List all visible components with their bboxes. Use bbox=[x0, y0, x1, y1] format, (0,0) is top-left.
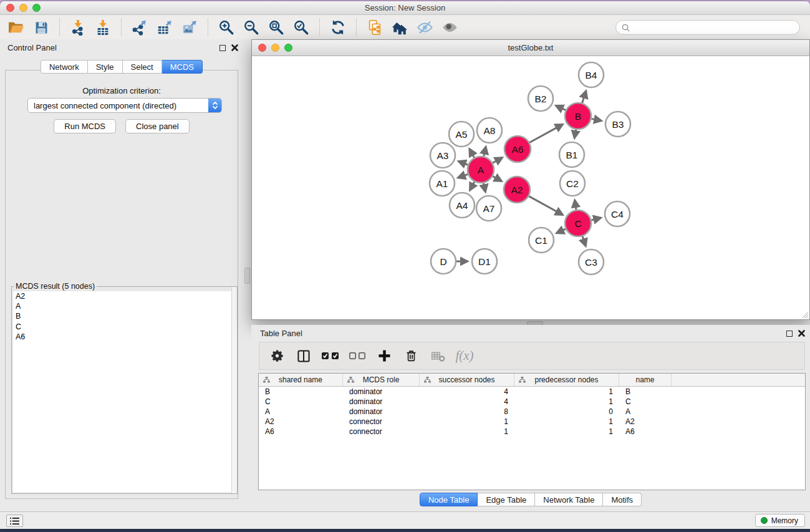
table-row[interactable]: Adominator80A bbox=[259, 407, 805, 417]
table-cell[interactable]: C bbox=[259, 397, 343, 406]
hide-selected-icon[interactable] bbox=[412, 17, 437, 37]
mcds-result-item[interactable]: A bbox=[13, 301, 236, 311]
network-maximize-button[interactable] bbox=[284, 44, 292, 52]
table-row[interactable]: Cdominator41C bbox=[259, 397, 805, 407]
show-all-icon[interactable] bbox=[437, 17, 462, 37]
graph-node-B3[interactable]: B3 bbox=[605, 112, 630, 137]
graph-node-C3[interactable]: C3 bbox=[579, 249, 604, 274]
table-row[interactable]: A6connector11A6 bbox=[259, 427, 805, 437]
tab-network[interactable]: Network bbox=[41, 60, 88, 74]
edge-B-B3[interactable] bbox=[592, 118, 602, 120]
table-cell[interactable]: A6 bbox=[259, 427, 343, 436]
column-header-name[interactable]: name bbox=[619, 374, 672, 386]
table-cell[interactable]: A2 bbox=[259, 417, 343, 426]
show-columns-icon[interactable] bbox=[292, 346, 315, 367]
graph-node-C[interactable]: C bbox=[565, 210, 591, 236]
tab-style[interactable]: Style bbox=[88, 60, 123, 74]
network-minimize-button[interactable] bbox=[271, 44, 279, 52]
vertical-split-handle[interactable] bbox=[244, 268, 250, 284]
deselect-all-icon[interactable] bbox=[346, 346, 369, 367]
table-cell[interactable]: 1 bbox=[514, 387, 619, 396]
edge-C-C2[interactable] bbox=[575, 200, 576, 210]
tab-network-table[interactable]: Network Table bbox=[535, 493, 603, 506]
edge-A6-B[interactable] bbox=[529, 124, 562, 142]
graph-node-A7[interactable]: A7 bbox=[476, 196, 501, 221]
table-row[interactable]: Bdominator41B bbox=[259, 387, 805, 397]
table-cell[interactable]: A6 bbox=[619, 427, 672, 436]
close-window-button[interactable] bbox=[6, 4, 14, 12]
graph-node-B1[interactable]: B1 bbox=[559, 142, 584, 167]
mcds-result-item[interactable]: A2 bbox=[13, 291, 236, 301]
close-table-panel-icon[interactable] bbox=[798, 330, 805, 337]
network-close-button[interactable] bbox=[258, 44, 266, 52]
run-mcds-button[interactable]: Run MCDS bbox=[54, 119, 116, 133]
export-table-icon[interactable] bbox=[152, 17, 177, 37]
column-header-predecessor-nodes[interactable]: predecessor nodes bbox=[514, 374, 619, 386]
graph-node-A3[interactable]: A3 bbox=[430, 143, 455, 168]
edge-B-B2[interactable] bbox=[556, 105, 566, 110]
edge-A-A2[interactable] bbox=[493, 177, 501, 181]
table-cell[interactable]: B bbox=[619, 387, 672, 396]
column-header-shared-name[interactable]: shared name bbox=[259, 374, 343, 386]
task-history-button[interactable] bbox=[6, 515, 23, 527]
edge-A-A6[interactable] bbox=[493, 158, 502, 163]
float-table-panel-icon[interactable] bbox=[786, 331, 793, 337]
graph-node-B4[interactable]: B4 bbox=[579, 62, 604, 87]
graph-node-A2[interactable]: A2 bbox=[504, 177, 530, 203]
network-canvas[interactable]: B4B2BB3A8A5A6B1A3AA1C2A2A4A7C4CC1C3DD1 bbox=[252, 56, 809, 319]
table-cell[interactable]: 4 bbox=[420, 387, 514, 396]
tab-motifs[interactable]: Motifs bbox=[603, 493, 642, 506]
graph-node-C4[interactable]: C4 bbox=[605, 201, 630, 226]
graph-node-A6[interactable]: A6 bbox=[504, 136, 531, 162]
import-table-icon[interactable] bbox=[90, 17, 115, 37]
network-window-titlebar[interactable]: testGlobe.txt bbox=[252, 40, 809, 56]
table-cell[interactable]: 1 bbox=[420, 417, 514, 426]
table-cell[interactable]: 4 bbox=[420, 397, 514, 406]
column-header-successor-nodes[interactable]: successor nodes bbox=[420, 374, 514, 386]
table-cell[interactable]: 8 bbox=[420, 407, 514, 416]
tab-mcds[interactable]: MCDS bbox=[162, 60, 203, 74]
close-panel-icon[interactable] bbox=[231, 44, 238, 51]
zoom-out-icon[interactable] bbox=[239, 17, 264, 37]
table-cell[interactable]: dominator bbox=[343, 387, 420, 396]
select-all-icon[interactable] bbox=[319, 346, 342, 367]
export-network-icon[interactable] bbox=[127, 17, 152, 37]
edge-A2-C[interactable] bbox=[529, 196, 562, 215]
graph-node-A8[interactable]: A8 bbox=[477, 118, 502, 143]
edge-A-A8[interactable] bbox=[484, 147, 486, 156]
add-entry-icon[interactable] bbox=[373, 346, 395, 367]
edge-A-A1[interactable] bbox=[458, 174, 468, 178]
clone-network-icon[interactable] bbox=[362, 17, 387, 37]
edge-A-A5[interactable] bbox=[470, 149, 475, 158]
edge-B-B1[interactable] bbox=[574, 130, 576, 138]
graph-node-D[interactable]: D bbox=[431, 249, 456, 274]
graph-node-C1[interactable]: C1 bbox=[529, 228, 554, 253]
table-cell[interactable]: 1 bbox=[420, 427, 514, 436]
graph-node-A4[interactable]: A4 bbox=[450, 193, 475, 218]
table-cell[interactable]: A bbox=[259, 407, 343, 416]
table-cell[interactable]: 1 bbox=[514, 397, 619, 406]
result-scrollbar[interactable] bbox=[231, 287, 237, 493]
table-cell[interactable]: 1 bbox=[514, 417, 619, 426]
tab-node-table[interactable]: Node Table bbox=[420, 493, 478, 506]
delete-table-icon[interactable] bbox=[427, 346, 449, 367]
tab-edge-table[interactable]: Edge Table bbox=[478, 493, 535, 506]
table-row[interactable]: A2connector11A2 bbox=[259, 417, 805, 427]
edge-A-A7[interactable] bbox=[484, 183, 486, 192]
table-cell[interactable]: dominator bbox=[343, 407, 420, 416]
table-cell[interactable]: C bbox=[619, 397, 672, 406]
zoom-fit-icon[interactable] bbox=[264, 17, 289, 37]
tab-select[interactable]: Select bbox=[123, 60, 162, 74]
table-cell[interactable]: 0 bbox=[514, 407, 619, 416]
delete-entry-icon[interactable] bbox=[400, 346, 422, 367]
table-settings-icon[interactable] bbox=[266, 346, 288, 367]
graph-node-B2[interactable]: B2 bbox=[528, 86, 553, 111]
refresh-view-icon[interactable] bbox=[325, 17, 350, 37]
table-cell[interactable]: connector bbox=[343, 427, 420, 436]
edge-C-C1[interactable] bbox=[557, 229, 566, 233]
resize-grip-icon[interactable] bbox=[801, 311, 809, 319]
close-panel-button[interactable]: Close panel bbox=[125, 119, 190, 133]
function-builder-icon[interactable]: f(x) bbox=[453, 346, 476, 367]
export-image-icon[interactable] bbox=[177, 17, 202, 37]
mcds-result-item[interactable]: A6 bbox=[13, 332, 236, 342]
